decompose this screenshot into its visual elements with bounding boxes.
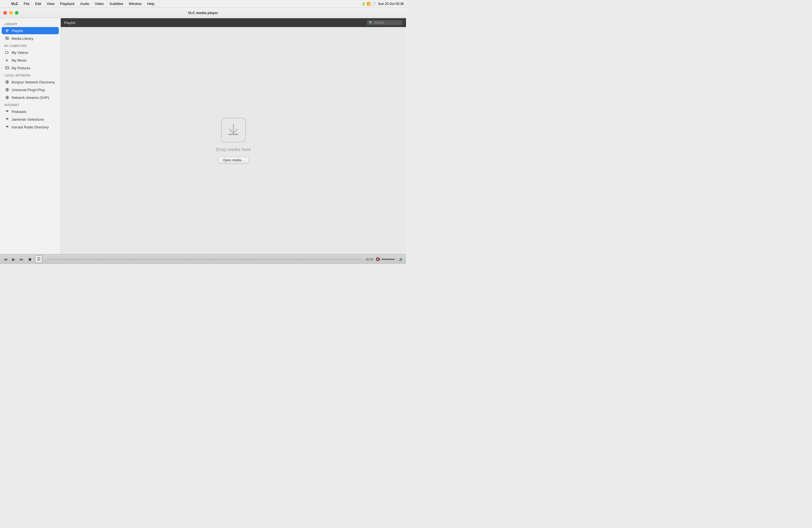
playlist-search-box[interactable]: 🔍 [367,20,403,25]
maximize-button[interactable] [15,11,18,15]
menubar: VLC File Edit View Playback Audio Video … [0,0,406,8]
close-button[interactable] [3,11,7,15]
sidebar-item-my-pictures[interactable]: My Pictures [2,64,59,72]
open-media-button[interactable]: Open media... [218,157,248,163]
sidebar-section-library: LIBRARY [0,20,60,27]
stop-button[interactable]: ⏹ [27,256,33,262]
sidebar-section-internet: INTERNET [0,101,60,108]
titlebar: VLC media player [0,8,406,18]
svg-marker-6 [8,52,9,53]
main-content: LIBRARY Playlist [0,18,406,254]
minimize-button[interactable] [9,11,13,15]
pictures-icon [5,66,10,70]
sidebar-item-playlist-label: Playlist [12,29,23,33]
sidebar-item-media-library-label: Media Library [12,36,33,41]
sidebar-item-sap-label: Network streams (SAP) [12,96,49,100]
sidebar-item-jamendo-label: Jamendo Selections [12,117,44,121]
fast-forward-button[interactable]: ⏭ [18,256,25,262]
videos-icon [5,50,10,55]
sidebar-item-media-library[interactable]: Media Library [2,35,59,42]
svg-point-17 [6,127,8,128]
datetime: Sun 20 Oct 00:36 [378,2,404,6]
apple-menu[interactable] [2,3,6,4]
search-input[interactable] [374,21,401,25]
playlist-icon [5,28,10,33]
sidebar-item-my-music[interactable]: My Music [2,57,59,64]
vlc-window: VLC media player LIBRARY Playlist [0,8,406,264]
sidebar-item-upnp-label: Universal Plug'n'Play [12,88,45,92]
sap-icon [5,95,10,100]
menu-help[interactable]: Help [145,1,157,6]
svg-rect-2 [6,31,8,32]
sidebar-item-icecast[interactable]: Icecast Radio Directory [2,123,59,131]
time-display: 00:00 [366,258,373,261]
sidebar-item-bonjour[interactable]: Bonjour Network Discovery [2,78,59,86]
svg-point-15 [6,111,8,112]
svg-rect-3 [5,37,8,39]
podcasts-icon [5,109,10,114]
music-icon [5,58,10,62]
menubar-left: VLC File Edit View Playback Audio Video … [2,1,157,6]
sidebar-item-my-videos[interactable]: My Videos [2,49,59,56]
svg-rect-5 [5,52,8,54]
sidebar-section-network: LOCAL NETWORK [0,72,60,78]
svg-rect-1 [6,30,9,31]
search-icon: 🔍 [369,21,373,25]
drop-icon-box [221,118,246,143]
playlist-header-label: Playlist [64,21,75,25]
sidebar-item-my-music-label: My Music [12,58,27,62]
menu-playback[interactable]: Playback [58,1,77,6]
bonjour-icon [5,80,10,84]
menu-edit[interactable]: Edit [33,1,43,6]
progress-bar[interactable] [47,259,361,260]
menu-view[interactable]: View [44,1,57,6]
sidebar-item-sap[interactable]: Network streams (SAP) [2,94,59,101]
menu-subtitles[interactable]: Subtitles [107,1,126,6]
play-button[interactable]: ▶ [11,256,16,262]
playlist-header: Playlist 🔍 [61,18,406,27]
drop-text: Drop media here [216,147,251,152]
menu-file[interactable]: File [21,1,32,6]
sidebar-item-icecast-label: Icecast Radio Directory [12,125,48,129]
menu-vlc[interactable]: VLC [9,1,20,6]
menu-window[interactable]: Window [127,1,144,6]
volume-fill [381,259,394,260]
sidebar-item-podcasts-label: Podcasts [12,109,26,114]
svg-rect-0 [6,30,9,30]
sidebar-item-podcasts[interactable]: Podcasts [2,108,59,115]
upnp-icon [5,88,10,92]
sidebar-item-upnp[interactable]: Universal Plug'n'Play [2,86,59,93]
playlist-toggle-button[interactable]: ☰ [35,255,42,263]
sidebar-item-my-videos-label: My Videos [12,50,28,55]
sidebar-item-playlist[interactable]: Playlist [2,27,59,34]
sidebar-item-bonjour-label: Bonjour Network Discovery [12,80,55,84]
playlist-area: Playlist 🔍 Drop media here Open media... [61,18,406,254]
sidebar-item-jamendo[interactable]: Jamendo Selections [2,116,59,123]
volume-area: 🔇 🔊 [376,257,403,261]
rewind-button[interactable]: ⏮ [3,256,9,262]
svg-rect-4 [6,38,9,40]
icecast-icon [5,125,10,129]
bottom-bar: ⏮ ▶ ⏭ ⏹ ☰ 00:00 🔇 🔊 [0,254,406,264]
window-title: VLC media player [188,11,218,15]
svg-rect-18 [228,134,238,135]
menu-audio[interactable]: Audio [78,1,91,6]
svg-point-16 [6,119,8,120]
sidebar: LIBRARY Playlist [0,18,61,254]
traffic-lights [3,11,18,15]
sidebar-section-computer: MY COMPUTER [0,42,60,48]
sidebar-item-my-pictures-label: My Pictures [12,66,30,70]
media-library-icon [5,36,10,41]
volume-icon: 🔇 [376,257,380,261]
menu-video[interactable]: Video [92,1,106,6]
volume-slider[interactable] [381,259,398,260]
drop-zone: Drop media here Open media... [61,27,406,254]
menubar-right: 🔋 📶 🕐 Sun 20 Oct 00:36 [362,2,404,6]
volume-max-icon: 🔊 [399,257,403,261]
status-icons: 🔋 📶 🕐 [362,2,376,6]
jamendo-icon [5,117,10,121]
